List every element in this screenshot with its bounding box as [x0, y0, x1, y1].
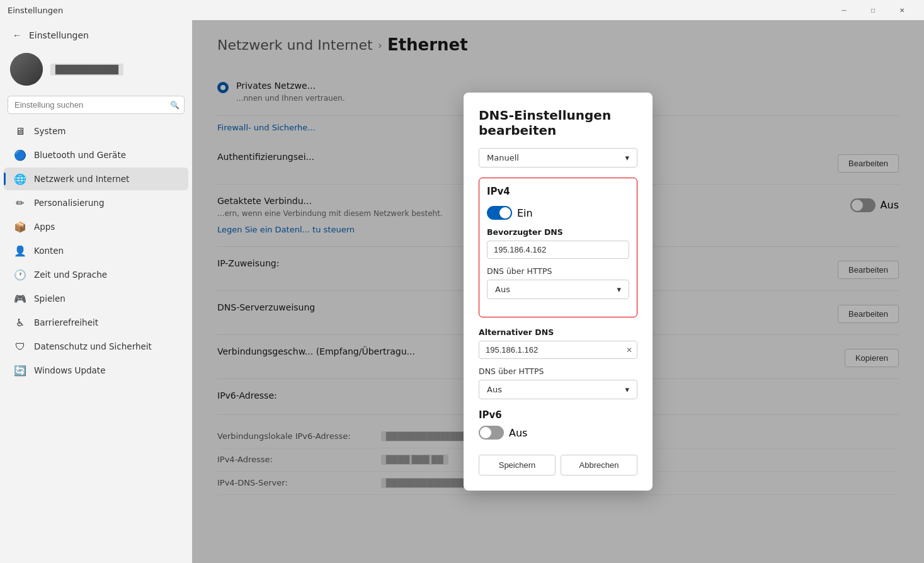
sidebar-item-label: Windows Update [34, 365, 105, 375]
sidebar-item-label: Datenschutz und Sicherheit [34, 341, 152, 351]
update-icon: 🔄 [14, 364, 26, 377]
network-icon: 🌐 [14, 173, 26, 185]
sidebar-item-label: Spielen [34, 293, 66, 304]
minimize-button[interactable]: ─ [830, 0, 858, 20]
ipv4-toggle[interactable]: Ein [487, 206, 629, 220]
sidebar-item-system[interactable]: 🖥 System [4, 120, 188, 142]
ipv6-section: IPv6 Aus [479, 409, 637, 440]
sidebar-item-label: Bluetooth und Geräte [34, 150, 126, 160]
maximize-button[interactable]: □ [858, 0, 887, 20]
sidebar-item-time[interactable]: 🕐 Zeit und Sprache [4, 263, 188, 286]
preferred-dns-input[interactable] [487, 241, 629, 259]
sidebar-item-network[interactable]: 🌐 Netzwerk und Internet [4, 168, 188, 190]
games-icon: 🎮 [14, 292, 26, 305]
dialog-title: DNS-Einstellungen bearbeiten [479, 108, 637, 138]
privacy-icon: 🛡 [14, 340, 26, 353]
sidebar-item-privacy[interactable]: 🛡 Datenschutz und Sicherheit [4, 335, 188, 358]
accessibility-icon: ♿ [14, 316, 26, 329]
sidebar-item-label: Personalisierung [34, 198, 104, 208]
alt-dns-section: Alternativer DNS ✕ DNS über HTTPS Aus ▾ [479, 327, 637, 399]
sidebar-item-label: Barrierefreiheit [34, 317, 98, 327]
sidebar-item-label: Netzwerk und Internet [34, 174, 129, 184]
sidebar-item-label: Konten [34, 246, 64, 256]
alt-dns-clear-button[interactable]: ✕ [626, 346, 632, 355]
chevron-down-icon: ▾ [617, 285, 621, 294]
ipv6-toggle[interactable]: Aus [479, 426, 637, 440]
dns-https-value: Aus [495, 285, 510, 294]
personalization-icon: ✏️ [14, 196, 26, 209]
dns-https-label: DNS über HTTPS [487, 266, 629, 276]
avatar [10, 53, 43, 86]
sidebar: ← Einstellungen ██████████ 🔍 🖥 System 🔵 … [0, 20, 192, 563]
ipv4-toggle-switch[interactable] [487, 206, 512, 220]
user-profile: ██████████ [0, 48, 192, 96]
sidebar-item-apps[interactable]: 📦 Apps [4, 215, 188, 238]
sidebar-header: ← Einstellungen [0, 20, 192, 48]
save-button[interactable]: Speichern [479, 455, 556, 475]
time-icon: 🕐 [14, 268, 26, 281]
alt-dns-https-dropdown[interactable]: Aus ▾ [479, 380, 637, 399]
search-box: 🔍 [8, 96, 185, 114]
dialog-buttons: Speichern Abbrechen [479, 455, 637, 475]
search-input[interactable] [8, 96, 185, 114]
close-button[interactable]: ✕ [887, 0, 916, 20]
sidebar-item-personalization[interactable]: ✏️ Personalisierung [4, 191, 188, 214]
alt-dns-input[interactable] [479, 341, 637, 359]
ipv4-title: IPv4 [487, 186, 510, 197]
dns-https-dropdown[interactable]: Aus ▾ [487, 280, 629, 299]
app-title-bar-label: Einstellungen [8, 6, 63, 15]
ipv4-toggle-label: Ein [517, 207, 533, 219]
dns-mode-dropdown[interactable]: Manuell ▾ [479, 148, 637, 168]
chevron-down-icon: ▾ [625, 385, 629, 394]
search-icon: 🔍 [170, 101, 180, 110]
window-controls: ─ □ ✕ [830, 0, 916, 20]
sidebar-item-label: Apps [34, 222, 55, 232]
preferred-dns-label: Bevorzugter DNS [487, 227, 629, 237]
chevron-down-icon: ▾ [625, 153, 629, 162]
apps-icon: 📦 [14, 220, 26, 233]
sidebar-item-accounts[interactable]: 👤 Konten [4, 239, 188, 262]
sidebar-item-accessibility[interactable]: ♿ Barrierefreiheit [4, 311, 188, 334]
sidebar-app-title: Einstellungen [29, 30, 89, 40]
ipv6-toggle-switch[interactable] [479, 426, 504, 440]
title-bar: Einstellungen ─ □ ✕ [0, 0, 924, 20]
modal-overlay: DNS-Einstellungen bearbeiten Manuell ▾ I… [192, 20, 924, 563]
sidebar-item-games[interactable]: 🎮 Spielen [4, 287, 188, 310]
dns-dialog: DNS-Einstellungen bearbeiten Manuell ▾ I… [464, 93, 653, 491]
sidebar-item-update[interactable]: 🔄 Windows Update [4, 359, 188, 382]
sidebar-item-label: Zeit und Sprache [34, 270, 107, 280]
alt-dns-https-value: Aus [487, 385, 502, 394]
back-button[interactable]: ← [10, 28, 24, 43]
app-container: ← Einstellungen ██████████ 🔍 🖥 System 🔵 … [0, 20, 924, 563]
ipv4-section: IPv4 Ein Bevorzugter DNS DNS über HTTPS … [479, 178, 637, 317]
alt-dns-https-label: DNS über HTTPS [479, 367, 637, 376]
dns-mode-value: Manuell [487, 153, 519, 162]
bluetooth-icon: 🔵 [14, 149, 26, 161]
sidebar-item-label: System [34, 126, 66, 136]
cancel-button[interactable]: Abbrechen [561, 455, 637, 475]
sidebar-item-bluetooth[interactable]: 🔵 Bluetooth und Geräte [4, 144, 188, 166]
main-content: Netzwerk und Internet › Ethernet Private… [192, 20, 924, 563]
ipv6-title: IPv6 [479, 409, 637, 421]
system-icon: 🖥 [14, 125, 26, 137]
alt-dns-label: Alternativer DNS [479, 327, 637, 337]
avatar-image [10, 53, 43, 86]
accounts-icon: 👤 [14, 244, 26, 257]
user-name: ██████████ [50, 64, 123, 76]
ipv6-toggle-label: Aus [509, 427, 527, 439]
